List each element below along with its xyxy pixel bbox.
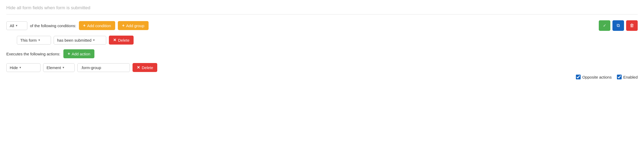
add-condition-button[interactable]: + Add condition <box>79 21 115 30</box>
actions-label: Executes the following actions: <box>6 52 60 56</box>
add-condition-label: Add condition <box>87 23 111 28</box>
enabled-text: Enabled <box>623 75 638 79</box>
add-action-button[interactable]: + Add action <box>63 49 94 58</box>
conditions-row: All ▾ of the following conditions: + Add… <box>6 20 638 31</box>
opposite-actions-text: Opposite actions <box>582 75 612 79</box>
chevron-down-icon-operator: ▾ <box>93 38 95 42</box>
plus-icon: + <box>83 23 85 28</box>
operator-select[interactable]: has been submitted ▾ <box>54 36 106 45</box>
title-row: Hide all form fields when form is submit… <box>6 5 638 15</box>
x-icon: ✕ <box>113 38 116 42</box>
opposite-actions-label[interactable]: Opposite actions <box>576 75 612 79</box>
delete-rule-button[interactable]: 🗑 <box>626 20 638 31</box>
chevron-down-icon: ▾ <box>16 24 17 27</box>
toolbar-buttons: ✓ ⧉ 🗑 <box>599 20 638 31</box>
page-title: Hide all form fields when form is submit… <box>6 5 90 10</box>
footer-row: Opposite actions Enabled <box>6 75 638 79</box>
actions-row: Executes the following actions: + Add ac… <box>6 49 638 58</box>
all-select[interactable]: All ▾ <box>6 21 27 30</box>
delete-action-label: Delete <box>142 65 153 70</box>
delete-condition-button[interactable]: ✕ Delete <box>109 36 134 45</box>
x-icon-action: ✕ <box>137 65 140 70</box>
check-icon: ✓ <box>603 23 606 28</box>
copy-button[interactable]: ⧉ <box>612 20 624 31</box>
operator-select-value: has been submitted <box>57 38 92 42</box>
target-select-value: Element <box>47 65 61 70</box>
action-select-value: Hide <box>10 65 18 70</box>
action-row-0: Hide ▾ Element ▾ ✕ Delete <box>6 63 638 72</box>
field-select-value: This form <box>20 38 37 42</box>
copy-icon: ⧉ <box>617 23 620 28</box>
add-group-label: Add group <box>126 23 144 28</box>
plus-icon-action: + <box>68 51 70 56</box>
add-action-label: Add action <box>72 52 90 56</box>
delete-condition-label: Delete <box>118 38 129 42</box>
all-select-value: All <box>10 23 14 28</box>
chevron-down-icon-target: ▾ <box>63 66 64 69</box>
trash-icon: 🗑 <box>630 23 634 28</box>
chevron-down-icon-action: ▾ <box>19 66 21 69</box>
add-group-button[interactable]: + Add group <box>118 21 149 30</box>
opposite-actions-checkbox[interactable] <box>576 75 581 79</box>
enabled-label[interactable]: Enabled <box>617 75 638 79</box>
condition-row-0: This form ▾ has been submitted ▾ ✕ Delet… <box>17 36 638 45</box>
field-select[interactable]: This form ▾ <box>17 36 51 45</box>
action-select[interactable]: Hide ▾ <box>6 63 40 72</box>
selector-input[interactable] <box>77 63 130 72</box>
conditions-label: of the following conditions: <box>30 23 76 28</box>
chevron-down-icon-field: ▾ <box>38 38 40 42</box>
target-select[interactable]: Element ▾ <box>43 63 75 72</box>
delete-action-button[interactable]: ✕ Delete <box>133 63 157 72</box>
enabled-checkbox[interactable] <box>617 75 622 79</box>
plus-icon-2: + <box>122 23 124 28</box>
check-button[interactable]: ✓ <box>599 20 610 31</box>
